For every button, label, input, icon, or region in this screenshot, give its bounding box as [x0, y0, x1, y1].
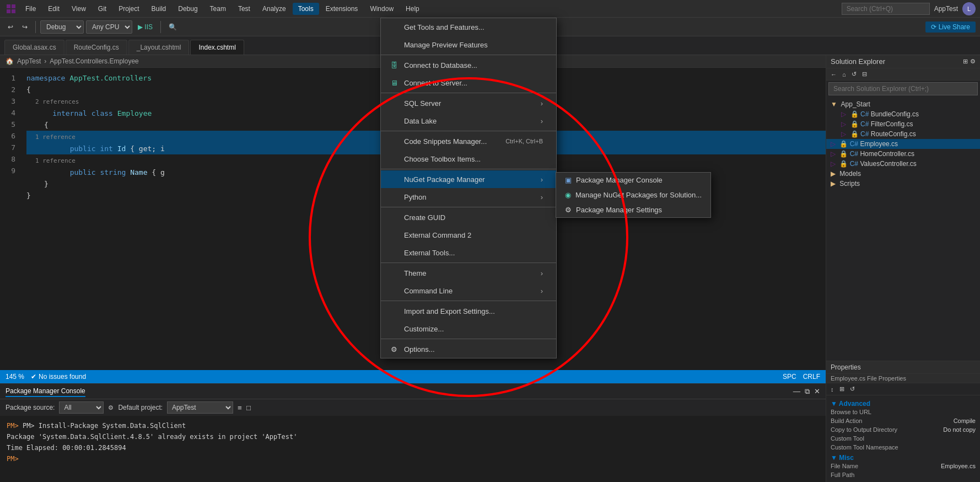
menu-team[interactable]: Team: [204, 3, 231, 15]
sol-back-btn[interactable]: ←: [828, 69, 839, 79]
tree-label: Scripts: [839, 180, 860, 188]
cmdline-arrow: ›: [541, 287, 543, 295]
panel-minimize[interactable]: —: [793, 387, 800, 395]
spacer-icon: [389, 22, 400, 33]
tree-item-models[interactable]: ▶ Models: [826, 169, 980, 179]
menu-help[interactable]: Help: [400, 3, 425, 15]
breadcrumb-apptest: AppTest: [17, 57, 41, 65]
tree-item-employee[interactable]: ▷ 🔒 C# Employee.cs: [826, 139, 980, 149]
tools-connect-db[interactable]: 🗄 Connect to Database...: [381, 56, 556, 74]
menu-extensions[interactable]: Extensions: [320, 3, 364, 15]
panel-close[interactable]: ✕: [814, 387, 820, 395]
tools-customize[interactable]: Customize...: [381, 320, 556, 338]
sol-refresh-btn[interactable]: ↺: [849, 69, 859, 79]
tools-get-features[interactable]: Get Tools and Features...: [381, 18, 556, 36]
menu-edit[interactable]: Edit: [42, 3, 65, 15]
menu-test[interactable]: Test: [233, 3, 256, 15]
tools-import-export[interactable]: Import and Export Settings...: [381, 302, 556, 320]
nuget-manage-solution[interactable]: ◉ Manage NuGet Packages for Solution...: [556, 188, 710, 202]
tools-create-guid[interactable]: Create GUID: [381, 208, 556, 226]
tree-item-bundleconfig[interactable]: ▷ 🔒 C# BundleConfig.cs: [826, 109, 980, 119]
tools-python[interactable]: Python ›: [381, 188, 556, 206]
ext-cmd-icon: [389, 229, 400, 240]
sol-settings-btn[interactable]: ⚙: [970, 58, 976, 65]
tools-manage-preview[interactable]: Manage Preview Features: [381, 36, 556, 53]
nuget-submenu: ▣ Package Manager Console ◉ Manage NuGet…: [556, 172, 711, 218]
menu-divider-6: [381, 263, 556, 263]
tools-theme[interactable]: Theme ›: [381, 264, 556, 282]
sol-filter-btn[interactable]: ⊞: [963, 58, 968, 65]
issues-status[interactable]: ✔ No issues found: [31, 373, 86, 381]
tree-item-scripts[interactable]: ▶ Scripts: [826, 179, 980, 189]
redo-button[interactable]: ↪: [19, 22, 31, 32]
tools-choose-toolbox[interactable]: Choose Toolbox Items...: [381, 150, 556, 168]
tree-item-valuescontroller[interactable]: ▷ 🔒 C# ValuesController.cs: [826, 159, 980, 169]
tree-label: BundleConfig.cs: [871, 110, 919, 118]
undo-button[interactable]: ↩: [4, 22, 17, 32]
cs-icon-home: ▷: [831, 150, 836, 158]
tab-layout[interactable]: _Layout.cshtml: [128, 40, 190, 55]
status-bar: 145 % ✔ No issues found SPC CRLF: [0, 370, 826, 383]
user-avatar[interactable]: L: [962, 2, 976, 15]
menu-divider-8: [381, 339, 556, 339]
debug-config-select[interactable]: Debug Release: [40, 20, 84, 34]
tab-routeconfig[interactable]: RouteConfig.cs: [66, 40, 127, 55]
tools-command-line[interactable]: Command Line ›: [381, 282, 556, 299]
sol-home-btn[interactable]: ⌂: [840, 69, 848, 79]
tools-external-command2[interactable]: External Command 2: [381, 226, 556, 244]
nuget-console[interactable]: ▣ Package Manager Console: [556, 173, 710, 188]
tree-item-app-start[interactable]: ▼ App_Start: [826, 99, 980, 109]
tools-sql-server[interactable]: SQL Server ›: [381, 94, 556, 112]
prop-toolbar: ↕ ⊞ ↺: [826, 383, 980, 395]
package-source-select[interactable]: All nuget.org: [59, 401, 104, 414]
bottom-panel: Package Manager Console — ⧉ ✕ Package so…: [0, 383, 826, 482]
panel-float[interactable]: ⧉: [805, 387, 810, 396]
clear-console-btn[interactable]: ≡: [238, 404, 242, 412]
global-search[interactable]: [842, 3, 930, 15]
menu-view[interactable]: View: [66, 3, 91, 15]
tree-item-filterconfig[interactable]: ▷ 🔒 C# FilterConfig.cs: [826, 119, 980, 129]
panel-toolbar: Package source: All nuget.org ⚙ Default …: [0, 399, 826, 416]
live-share-button[interactable]: ⟳ Live Share: [925, 22, 976, 33]
menu-tools[interactable]: Tools: [293, 3, 319, 15]
menu-file[interactable]: File: [20, 3, 41, 15]
tools-connect-server[interactable]: 🖥 Connect to Server...: [381, 74, 556, 92]
panel-copy-btn[interactable]: □: [246, 404, 251, 412]
pkg-settings-btn[interactable]: ⚙: [108, 404, 114, 411]
menu-git[interactable]: Git: [93, 3, 112, 15]
sol-search-input[interactable]: [828, 82, 978, 95]
tools-external-tools[interactable]: External Tools...: [381, 244, 556, 261]
server-icon: 🖥: [389, 77, 400, 88]
solution-explorer-title: Solution Explorer: [831, 57, 961, 66]
tree-item-homecontroller[interactable]: ▷ 🔒 C# HomeController.cs: [826, 149, 980, 159]
tools-dropdown: Get Tools and Features... Manage Preview…: [380, 18, 557, 358]
panel-tab-console[interactable]: Package Manager Console: [6, 386, 85, 397]
prop-refresh-btn[interactable]: ↺: [848, 384, 857, 394]
sol-collapse-btn[interactable]: ⊟: [860, 69, 869, 79]
tree-item-routeconfig[interactable]: ▷ 🔒 C# RouteConfig.cs: [826, 129, 980, 139]
default-project-select[interactable]: AppTest: [167, 401, 233, 414]
run-button[interactable]: ▶ IIS: [134, 22, 156, 32]
nuget-settings[interactable]: ⚙ Package Manager Settings: [556, 202, 710, 217]
menu-window[interactable]: Window: [364, 3, 399, 15]
tab-index[interactable]: Index.cshtml: [190, 40, 244, 55]
prop-category-btn[interactable]: ⊞: [837, 384, 847, 394]
menu-project[interactable]: Project: [113, 3, 144, 15]
zoom-status[interactable]: 145 %: [6, 373, 24, 381]
prop-sort-btn[interactable]: ↕: [828, 384, 836, 394]
cmdline-icon: [389, 285, 400, 296]
menu-debug[interactable]: Debug: [173, 3, 203, 15]
tools-nuget[interactable]: NuGet Package Manager ›: [381, 170, 556, 188]
guid-icon: [389, 212, 400, 223]
toolbar-search[interactable]: 🔍: [165, 22, 180, 32]
cpu-select[interactable]: Any CPU x86 x64: [86, 20, 132, 34]
tools-options[interactable]: ⚙ Options...: [381, 340, 556, 358]
tools-code-snippets[interactable]: Code Snippets Manager... Ctrl+K, Ctrl+B: [381, 132, 556, 150]
tools-data-lake[interactable]: Data Lake ›: [381, 112, 556, 130]
tab-global-asax[interactable]: Global.asax.cs: [4, 40, 64, 55]
nuget-pkg-icon: ◉: [565, 191, 571, 199]
customize-icon: [389, 323, 400, 334]
menu-analyze[interactable]: Analyze: [257, 3, 292, 15]
prop-row-custom-tool: Custom Tool: [831, 434, 976, 443]
menu-build[interactable]: Build: [146, 3, 172, 15]
